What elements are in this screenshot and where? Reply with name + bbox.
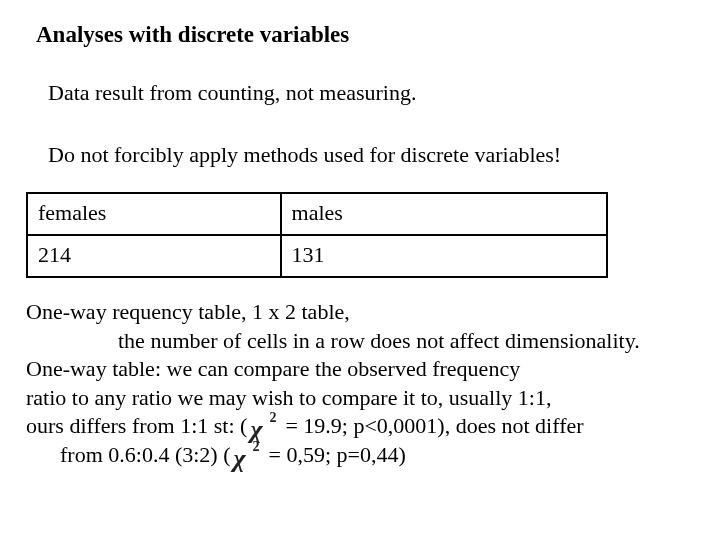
body-line-1: One-way requency table, 1 x 2 table,: [26, 298, 706, 327]
body-text: One-way requency table, 1 x 2 table, the…: [26, 298, 706, 470]
paragraph-1: Data result from counting, not measuring…: [48, 80, 416, 106]
table-row: females males: [27, 193, 607, 235]
chi-superscript: 2: [252, 438, 259, 456]
chi-superscript: 2: [269, 409, 276, 427]
slide-title: Analyses with discrete variables: [36, 22, 349, 48]
body-line-4: ratio to any ratio we may wish to compar…: [26, 384, 706, 413]
table-cell-males: 131: [281, 235, 607, 277]
chi-squared-icon: χ 2: [232, 444, 266, 470]
paragraph-2: Do not forcibly apply methods used for d…: [48, 142, 561, 168]
body-line-6b: = 0,59; p=0,44): [268, 441, 405, 470]
frequency-table: females males 214 131: [26, 192, 608, 278]
chi-glyph: χ: [233, 446, 245, 472]
body-line-5a: ours differs from 1:1 st: (: [26, 412, 247, 441]
table-row: 214 131: [27, 235, 607, 277]
body-line-6a: from 0.6:0.4 (3:2) (: [60, 441, 230, 470]
body-line-5: ours differs from 1:1 st: ( χ 2 = 19.9; …: [26, 412, 706, 441]
table-cell-females: 214: [27, 235, 281, 277]
body-line-3: One-way table: we can compare the observ…: [26, 355, 706, 384]
body-line-5b: = 19.9; p<0,0001), does not differ: [285, 412, 583, 441]
body-line-2: the number of cells in a row does not af…: [26, 327, 706, 356]
table-header-males: males: [281, 193, 607, 235]
slide: Analyses with discrete variables Data re…: [0, 0, 720, 540]
body-line-6: from 0.6:0.4 (3:2) ( χ 2 = 0,59; p=0,44): [26, 441, 706, 470]
table-header-females: females: [27, 193, 281, 235]
